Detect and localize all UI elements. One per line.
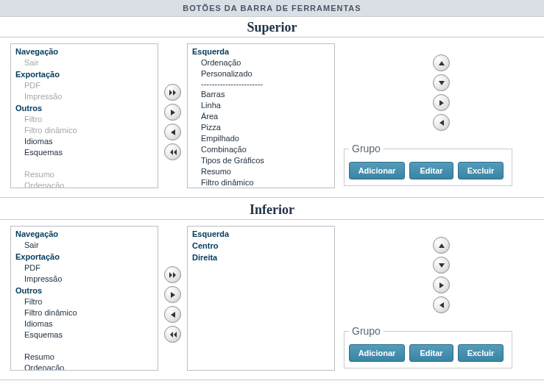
list-group[interactable]: Navegação — [11, 46, 158, 57]
right-icon — [439, 282, 445, 289]
list-item[interactable]: Área — [188, 111, 334, 122]
list-item: Resumo — [11, 169, 158, 180]
list-group[interactable]: Centro — [188, 240, 334, 252]
move-all-right-button[interactable] — [164, 266, 181, 283]
list-group[interactable]: Direita — [188, 252, 334, 263]
list-item[interactable]: Barras — [188, 89, 334, 100]
right-icon — [439, 99, 445, 107]
list-item[interactable] — [11, 341, 158, 352]
move-all-left-button[interactable] — [164, 143, 181, 160]
list-separator: ----------------------- — [188, 79, 334, 89]
right-icon — [170, 109, 176, 116]
list-item[interactable]: Filtro dinâmico — [188, 177, 334, 188]
divider — [0, 37, 544, 38]
list-group[interactable]: Esquerda — [188, 46, 334, 57]
list-item: Impressão — [11, 91, 158, 102]
list-item[interactable]: Filtro dinâmico — [11, 307, 158, 318]
list-item[interactable]: Filtro — [11, 296, 158, 307]
list-item[interactable]: Sair — [11, 240, 158, 251]
list-item[interactable]: Linha — [188, 100, 334, 111]
list-item: PDF — [11, 80, 158, 91]
list-item — [11, 158, 158, 169]
list-item[interactable]: Empilhado — [188, 133, 334, 144]
list-item[interactable]: Impressão — [11, 274, 158, 285]
up-icon — [438, 60, 445, 66]
section-heading-inferior: Inferior — [0, 199, 544, 219]
group-delete-button[interactable]: Excluir — [458, 162, 504, 179]
right-icon — [170, 291, 176, 299]
list-item[interactable]: Tipos de Gráficos — [188, 155, 334, 166]
move-down-button[interactable] — [433, 257, 450, 274]
order-buttons-inferior — [341, 237, 512, 313]
move-all-right-button[interactable] — [164, 84, 181, 101]
group-add-button[interactable]: Adicionar — [349, 344, 405, 362]
list-group[interactable]: Exportação — [11, 251, 158, 263]
divider — [0, 379, 544, 380]
list-group[interactable]: Navegação — [11, 228, 158, 240]
list-item: Filtro — [11, 114, 158, 125]
double-right-icon — [169, 89, 177, 96]
list-item[interactable]: Esquemas — [11, 329, 158, 341]
list-item[interactable]: Personalizado — [188, 68, 334, 79]
list-item: Filtro dinâmico — [11, 125, 158, 136]
list-item[interactable]: Resumo — [188, 166, 334, 177]
left-icon — [170, 311, 176, 318]
list-item: Sair — [11, 57, 158, 68]
divider — [0, 219, 544, 220]
transfer-buttons-inferior — [164, 226, 181, 343]
double-left-icon — [169, 149, 177, 156]
order-buttons-superior — [341, 54, 512, 131]
selected-list-inferior[interactable]: EsquerdaCentroDireita — [187, 226, 335, 371]
left-icon — [170, 129, 176, 136]
move-left-button-vertical[interactable] — [433, 296, 450, 313]
list-item[interactable]: Resumo — [11, 352, 158, 363]
right-panel-inferior: Grupo Adicionar Editar Excluir — [341, 226, 512, 368]
left-icon — [439, 119, 445, 126]
available-list-superior[interactable]: NavegaçãoSairExportaçãoPDFImpressãoOutro… — [10, 43, 158, 188]
list-item[interactable]: Idiomas — [11, 136, 158, 147]
row-superior: NavegaçãoSairExportaçãoPDFImpressãoOutro… — [0, 39, 544, 197]
group-add-button[interactable]: Adicionar — [349, 162, 405, 179]
move-up-button[interactable] — [433, 237, 450, 254]
list-group[interactable]: Outros — [11, 285, 158, 296]
move-right-button-vertical[interactable] — [433, 277, 450, 293]
move-right-button[interactable] — [164, 286, 181, 303]
list-item[interactable]: Ordenação — [11, 363, 158, 371]
group-legend: Grupo — [349, 143, 384, 154]
double-left-icon — [169, 331, 177, 338]
transfer-buttons-superior — [164, 43, 181, 160]
list-group[interactable]: Esquerda — [188, 228, 334, 240]
group-delete-button[interactable]: Excluir — [458, 344, 504, 362]
list-item[interactable]: Idiomas — [11, 318, 158, 329]
selected-list-superior[interactable]: EsquerdaOrdenaçãoPersonalizado----------… — [187, 43, 335, 188]
move-right-button[interactable] — [164, 104, 181, 121]
move-left-button[interactable] — [164, 306, 181, 323]
move-down-button[interactable] — [433, 74, 450, 91]
group-edit-button[interactable]: Editar — [409, 162, 453, 179]
move-left-button[interactable] — [164, 124, 181, 140]
left-icon — [439, 302, 445, 309]
list-group[interactable]: Exportação — [11, 68, 158, 80]
move-all-left-button[interactable] — [164, 326, 181, 343]
group-edit-button[interactable]: Editar — [409, 344, 453, 362]
divider — [0, 197, 544, 198]
up-icon — [438, 243, 445, 249]
list-item[interactable]: Esquemas — [11, 147, 158, 158]
list-item[interactable]: PDF — [11, 263, 158, 274]
right-panel-superior: Grupo Adicionar Editar Excluir — [341, 43, 512, 186]
list-group[interactable]: Outros — [11, 102, 158, 114]
list-item[interactable]: Combinação — [188, 144, 334, 155]
group-fieldset-inferior: Grupo Adicionar Editar Excluir — [344, 325, 512, 368]
section-heading-superior: Superior — [0, 17, 544, 37]
move-right-button-vertical[interactable] — [433, 94, 450, 111]
available-list-inferior[interactable]: NavegaçãoSairExportaçãoPDFImpressãoOutro… — [10, 226, 158, 371]
row-inferior: NavegaçãoSairExportaçãoPDFImpressãoOutro… — [0, 221, 544, 379]
group-legend: Grupo — [349, 325, 384, 337]
move-up-button[interactable] — [433, 54, 450, 71]
list-item: Ordenação — [11, 180, 158, 188]
move-left-button-vertical[interactable] — [433, 114, 450, 131]
list-item[interactable]: Ordenação — [188, 57, 334, 68]
down-icon — [438, 80, 445, 86]
list-item[interactable]: Pizza — [188, 122, 334, 133]
group-fieldset-superior: Grupo Adicionar Editar Excluir — [344, 143, 512, 186]
